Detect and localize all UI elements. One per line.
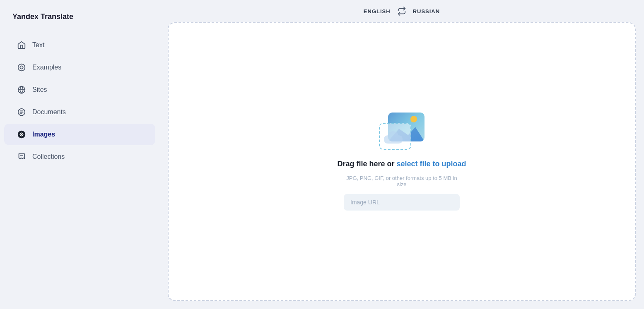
sidebar-item-text-label: Text xyxy=(32,41,44,49)
image-url-input[interactable] xyxy=(344,194,460,211)
image-drop-zone[interactable]: Drag file here or select file to upload … xyxy=(168,22,636,301)
sidebar-item-sites[interactable]: Sites xyxy=(4,79,155,101)
sites-icon xyxy=(17,85,27,95)
sidebar-item-collections-label: Collections xyxy=(32,153,65,160)
sidebar-item-examples-label: Examples xyxy=(32,64,61,71)
svg-point-10 xyxy=(21,134,22,135)
sun-shape xyxy=(410,116,417,122)
main-content: ENGLISH RUSSIAN xyxy=(159,0,644,309)
language-bar: ENGLISH RUSSIAN xyxy=(159,0,644,22)
swap-language-button[interactable] xyxy=(397,7,406,16)
sidebar-item-documents-label: Documents xyxy=(32,108,66,116)
collections-icon xyxy=(17,152,27,162)
drag-drop-text: Drag file here or select file to upload xyxy=(337,160,466,168)
target-language[interactable]: RUSSIAN xyxy=(413,8,440,14)
file-format-info: JPG, PNG, GIF, or other formats up to 5 … xyxy=(344,175,460,187)
app-title: Yandex Translate xyxy=(0,8,159,34)
svg-point-0 xyxy=(18,64,25,71)
source-language[interactable]: ENGLISH xyxy=(364,8,391,14)
sidebar-item-collections[interactable]: Collections xyxy=(4,146,155,168)
examples-icon xyxy=(17,62,27,72)
sidebar: Yandex Translate Text Examples xyxy=(0,0,159,309)
sidebar-item-images[interactable]: Images xyxy=(4,124,155,145)
svg-point-1 xyxy=(20,66,23,69)
sidebar-item-documents[interactable]: Documents xyxy=(4,101,155,123)
upload-icon-wrapper xyxy=(379,113,425,150)
sidebar-item-examples[interactable]: Examples xyxy=(4,57,155,78)
home-icon xyxy=(17,40,27,50)
cloud-svg xyxy=(380,124,412,151)
image-overlay-dashed xyxy=(379,123,411,150)
sidebar-item-text[interactable]: Text xyxy=(4,34,155,56)
images-icon xyxy=(17,129,27,139)
sidebar-item-sites-label: Sites xyxy=(32,86,47,93)
documents-icon xyxy=(17,107,27,117)
sidebar-item-images-label: Images xyxy=(32,131,55,138)
select-file-link[interactable]: select file to upload xyxy=(397,160,466,168)
